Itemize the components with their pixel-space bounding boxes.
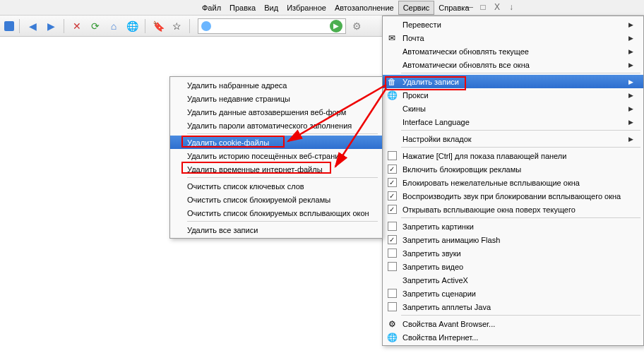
- delete-submenu-item[interactable]: Удалить набранные адреса: [170, 78, 382, 92]
- checkbox-icon: [388, 222, 397, 231]
- menu-service[interactable]: Сервис: [398, 1, 435, 15]
- service-menu-item[interactable]: Настройки вкладок▶: [383, 132, 643, 145]
- delete-submenu-item[interactable]: Удалить недавние страницы: [170, 92, 382, 105]
- service-menu-item[interactable]: Запретить картинки: [383, 220, 643, 233]
- service-menu-item[interactable]: Автоматически обновлять все окна▶: [383, 58, 643, 71]
- maximize-button[interactable]: □: [477, 2, 489, 12]
- chevron-right-icon: ▶: [628, 35, 633, 42]
- chevron-right-icon: ▶: [628, 92, 633, 99]
- window-controls: — □ X ↓: [463, 2, 517, 12]
- menu-autofill[interactable]: Автозаполнение: [330, 1, 398, 14]
- delete-submenu-item[interactable]: Удалить пароли автоматического заполнени…: [170, 119, 382, 132]
- menu-icon: 🌐: [384, 90, 400, 100]
- checkbox-icon: ✓: [388, 178, 397, 187]
- addr-favicon: [201, 21, 211, 31]
- service-menu-dropdown[interactable]: Перевести▶✉Почта▶Автоматически обновлять…: [382, 16, 644, 346]
- checkbox-icon: [388, 289, 397, 298]
- chevron-right-icon: ▶: [628, 61, 633, 68]
- tag-button[interactable]: 🔖: [150, 18, 166, 34]
- refresh-button[interactable]: ⟳: [88, 18, 103, 34]
- checkbox-icon: [388, 151, 397, 160]
- menu-icon: ✉: [384, 33, 400, 43]
- menu-item-label: Запретить звуки: [400, 249, 633, 258]
- menu-item-label: Автоматически обновлять все окна: [400, 61, 628, 69]
- menu-file[interactable]: Файл: [198, 1, 225, 14]
- service-menu-item[interactable]: ✓Запретить анимацию Flash: [383, 233, 643, 246]
- star-button[interactable]: ☆: [169, 18, 184, 34]
- menu-view[interactable]: Вид: [260, 1, 282, 14]
- menu-item-label: Interface Language: [400, 118, 628, 126]
- menu-item-label: Скины: [400, 104, 628, 113]
- app-icon: [4, 21, 14, 31]
- back-button[interactable]: ◀: [25, 18, 40, 34]
- menu-item-label: Нажатие [Ctrl] для показа плавающей пане…: [400, 152, 633, 160]
- delete-submenu-item[interactable]: Очистить список блокируемой рекламы: [170, 193, 382, 206]
- menu-icon: ⚙: [384, 319, 400, 329]
- service-menu-item[interactable]: Перевести▶: [383, 18, 643, 31]
- service-menu-item[interactable]: ✉Почта▶: [383, 31, 643, 44]
- service-menu-item[interactable]: Запретить звуки: [383, 246, 643, 260]
- menu-item-label: Включить блокировщик рекламы: [400, 165, 633, 174]
- service-menu-item[interactable]: Автоматически обновлять текущее▶: [383, 44, 643, 58]
- service-menu-item[interactable]: Запретить апплеты Java: [383, 300, 643, 313]
- service-menu-item[interactable]: Скины▶: [383, 102, 643, 115]
- menu-item-label: Свойства Интернет...: [400, 333, 633, 342]
- delete-submenu-item[interactable]: Удалить все записи: [170, 223, 382, 237]
- minimize-button[interactable]: —: [463, 2, 475, 12]
- checkbox-icon: [388, 262, 397, 271]
- submenu-item-label: Удалить временные интернет-файлы: [187, 165, 323, 174]
- service-menu-item[interactable]: Запретить видео: [383, 260, 643, 273]
- menu-item-label: Запретить ActiveX: [400, 276, 633, 285]
- delete-submenu-item[interactable]: Удалить cookie-файлы: [170, 136, 382, 149]
- dropdown-button[interactable]: ↓: [506, 2, 517, 12]
- extra-button[interactable]: ⚙: [349, 18, 364, 34]
- submenu-item-label: Очистить список блокируемой рекламы: [187, 196, 330, 204]
- chevron-right-icon: ▶: [628, 136, 633, 143]
- submenu-item-label: Удалить данные автозавершения веб-форм: [187, 108, 346, 116]
- delete-records-submenu[interactable]: Удалить набранные адресаУдалить недавние…: [169, 76, 383, 239]
- home-button[interactable]: ⌂: [106, 18, 121, 34]
- forward-button[interactable]: ▶: [43, 18, 59, 34]
- checkbox-icon: ✓: [388, 235, 397, 244]
- delete-submenu-item[interactable]: Удалить временные интернет-файлы: [170, 162, 382, 176]
- menu-item-label: Воспроизводить звук при блокировании всп…: [400, 192, 633, 201]
- checkbox-icon: ✓: [388, 205, 397, 214]
- menu-icon: 🌐: [384, 333, 400, 342]
- delete-submenu-item[interactable]: Очистить список блокируемых всплывающих …: [170, 206, 382, 220]
- address-bar[interactable]: ▶: [198, 18, 346, 34]
- service-menu-item[interactable]: Запретить сценарии: [383, 287, 643, 300]
- address-input[interactable]: [214, 22, 327, 30]
- submenu-item-label: Удалить набранные адреса: [187, 81, 287, 90]
- service-menu-item[interactable]: ✓Открывать всплывающие окна поверх текущ…: [383, 203, 643, 216]
- service-menu-item[interactable]: 🌐Прокси▶: [383, 88, 643, 102]
- close-button[interactable]: X: [491, 2, 503, 12]
- service-menu-item[interactable]: 🌐Свойства Интернет...: [383, 330, 643, 344]
- submenu-item-label: Удалить пароли автоматического заполнени…: [187, 121, 352, 130]
- service-menu-item[interactable]: Запретить ActiveX: [383, 273, 643, 287]
- service-menu-item[interactable]: ⚙Свойства Avant Browser...: [383, 317, 643, 330]
- menu-edit[interactable]: Правка: [225, 1, 260, 14]
- menu-favorites[interactable]: Избранное: [282, 1, 330, 14]
- service-menu-item[interactable]: 🗑Удалить записи▶: [383, 75, 643, 88]
- service-menu-item[interactable]: Нажатие [Ctrl] для показа плавающей пане…: [383, 149, 643, 162]
- service-menu-item[interactable]: ✓Включить блокировщик рекламы: [383, 162, 643, 176]
- menu-item-label: Перевести: [400, 20, 628, 29]
- checkbox-icon: ✓: [388, 191, 397, 201]
- submenu-item-label: Удалить историю посещённых веб-страниц: [187, 152, 344, 160]
- delete-submenu-item[interactable]: Удалить историю посещённых веб-страниц: [170, 149, 382, 162]
- globe-button[interactable]: 🌐: [124, 18, 140, 34]
- menu-item-label: Открывать всплывающие окна поверх текуще…: [400, 205, 633, 214]
- service-menu-item[interactable]: Interface Language▶: [383, 115, 643, 128]
- delete-submenu-item[interactable]: Очистить список ключевых слов: [170, 179, 382, 193]
- menu-item-label: Автоматически обновлять текущее: [400, 47, 628, 56]
- delete-submenu-item[interactable]: Удалить данные автозавершения веб-форм: [170, 105, 382, 119]
- go-button[interactable]: ▶: [330, 20, 342, 32]
- menu-item-label: Настройки вкладок: [400, 135, 628, 143]
- service-menu-item[interactable]: ✓Воспроизводить звук при блокировании вс…: [383, 189, 643, 203]
- checkbox-icon: [388, 302, 397, 311]
- menu-item-label: Запретить видео: [400, 263, 633, 271]
- service-menu-item[interactable]: ✓Блокировать нежелательные всплывающие о…: [383, 176, 643, 189]
- submenu-item-label: Удалить cookie-файлы: [187, 138, 269, 147]
- menu-item-label: Удалить записи: [400, 78, 628, 86]
- stop-button[interactable]: ✕: [69, 18, 85, 34]
